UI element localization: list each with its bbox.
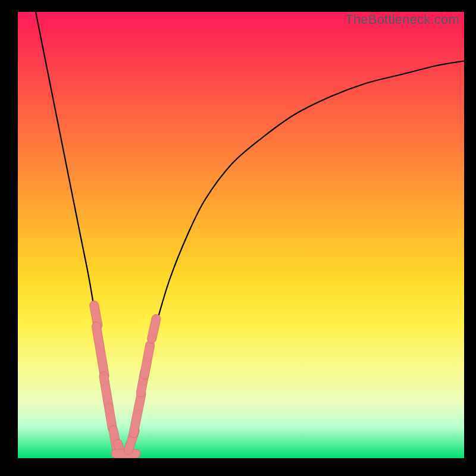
svg-rect-11 [146, 314, 161, 345]
bottleneck-curve [36, 12, 464, 458]
svg-rect-10 [139, 340, 155, 380]
chart-frame: TheBottleneck.com [0, 0, 476, 476]
data-bead [146, 314, 161, 345]
data-bead [139, 340, 155, 380]
svg-rect-1 [91, 321, 109, 381]
data-bead [91, 321, 109, 381]
bead-group [89, 300, 161, 458]
svg-rect-8 [129, 389, 147, 439]
curve-svg [18, 12, 464, 458]
plot-area: TheBottleneck.com [18, 12, 464, 458]
data-bead [129, 389, 147, 439]
